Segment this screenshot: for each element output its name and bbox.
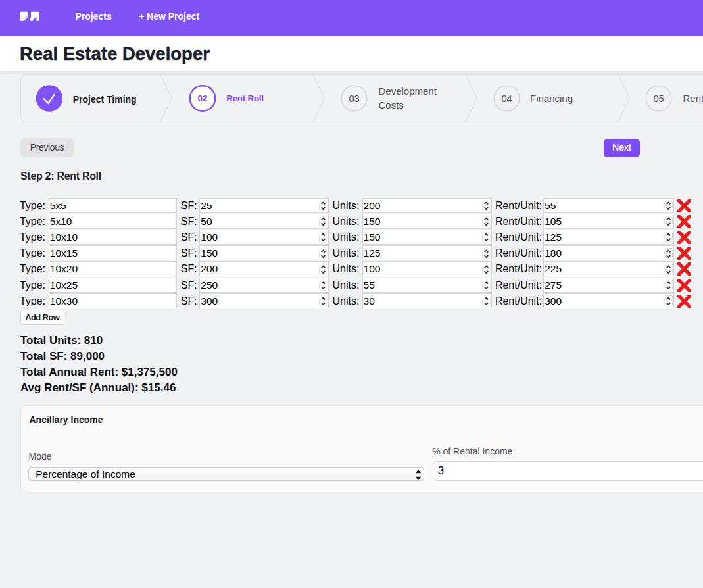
svg-text:Costs: Costs bbox=[379, 99, 404, 110]
svg-text:04: 04 bbox=[501, 93, 512, 104]
svg-text:Rent Roll: Rent Roll bbox=[226, 93, 264, 103]
svg-text:Financing: Financing bbox=[530, 93, 573, 104]
svg-text:Rental Income: Rental Income bbox=[683, 93, 703, 104]
svg-text:Development: Development bbox=[379, 86, 437, 97]
svg-text:Project Timing: Project Timing bbox=[73, 94, 137, 105]
svg-text:05: 05 bbox=[653, 93, 664, 104]
svg-text:03: 03 bbox=[349, 93, 359, 104]
svg-text:02: 02 bbox=[197, 93, 207, 103]
